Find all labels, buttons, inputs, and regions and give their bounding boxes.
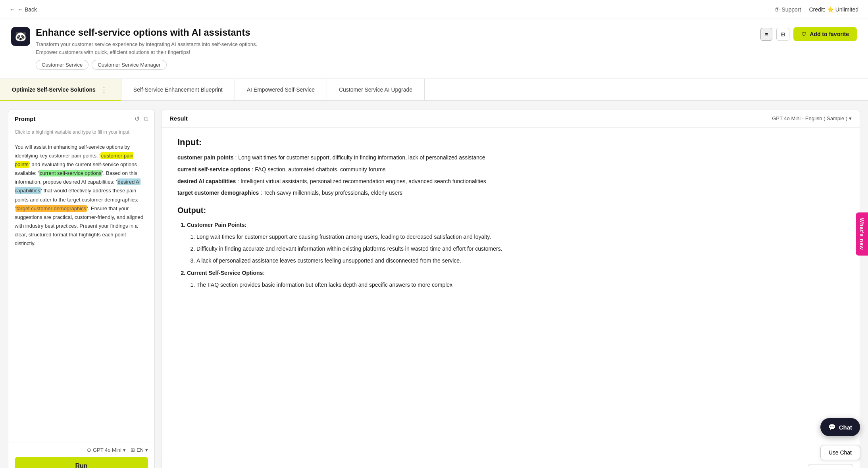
grid-view-button[interactable]: ⊞: [776, 28, 789, 41]
favorite-label: Add to favorite: [810, 31, 849, 37]
input-line-1: current self-service options : FAQ secti…: [177, 165, 844, 175]
grid-small-icon: ⊞: [131, 447, 135, 453]
input-heading: Input:: [177, 137, 844, 148]
add-to-favorite-button[interactable]: ♡ Add to favorite: [793, 27, 857, 41]
model-select[interactable]: ⊙ GPT 4o Mini ▾: [87, 447, 126, 453]
tag-customer-service[interactable]: Customer Service: [36, 60, 89, 70]
heart-icon: ♡: [801, 31, 806, 37]
tag-customer-service-manager[interactable]: Customer Service Manager: [92, 60, 166, 70]
chevron-down-icon-lang: ▾: [145, 447, 148, 453]
grid-icon: ⊞: [781, 31, 785, 37]
credit-info: Credit: ⭐ Unlimited: [809, 6, 858, 13]
input-key-0: customer pain points: [177, 154, 234, 161]
prompt-footer: ⊙ GPT 4o Mini ▾ ⊞ EN ▾: [8, 443, 154, 457]
input-val-1: FAQ section, automated chatbots, communi…: [255, 166, 385, 173]
output-sub-item-0-1: Difficulty in finding accurate and relev…: [196, 244, 844, 254]
input-key-2: desired AI capabilities: [177, 178, 236, 184]
prompt-hint-text: Click to a highlight variable and type t…: [15, 129, 131, 135]
input-key-3: target customer demographics: [177, 190, 259, 196]
input-val-2: Intelligent virtual assistants, personal…: [241, 178, 486, 184]
tab-1-label: Self-Service Enhancement Blueprint: [133, 86, 223, 93]
result-footer: ⧉ Use in Chat: [162, 460, 860, 468]
back-label: ← Back: [17, 6, 37, 13]
back-button[interactable]: ← ← Back: [10, 6, 37, 13]
input-line-2: desired AI capabilities : Intelligent vi…: [177, 177, 844, 186]
input-section: customer pain points : Long wait times f…: [177, 153, 844, 198]
page-title: Enhance self-service options with AI ass…: [36, 27, 274, 38]
result-panel: Result GPT 4o Mini - English ( Sample ) …: [161, 109, 860, 468]
star-icon: ⭐: [827, 6, 834, 13]
output-item-1: Current Self-Service Options: The FAQ se…: [187, 269, 844, 290]
copy-result-button[interactable]: ⧉: [799, 467, 804, 468]
result-model-label: GPT 4o Mini - English ( Sample ): [772, 115, 847, 121]
list-icon: ≡: [765, 31, 768, 37]
use-in-chat-button[interactable]: Use in Chat: [808, 464, 853, 468]
result-header: Result GPT 4o Mini - English ( Sample ) …: [162, 109, 860, 128]
header-actions: ≡ ⊞ ♡ Add to favorite: [760, 27, 857, 41]
output-list: Customer Pain Points: Long wait times fo…: [177, 221, 844, 290]
use-chat-label: Use Chat: [829, 449, 852, 456]
output-item-0: Customer Pain Points: Long wait times fo…: [187, 221, 844, 265]
output-sub-list-0: Long wait times for customer support are…: [187, 232, 844, 265]
chat-fab[interactable]: 💬 Chat: [820, 418, 860, 436]
output-sub-item-0-0: Long wait times for customer support are…: [196, 232, 844, 242]
page-description: Transform your customer service experien…: [36, 40, 274, 56]
chat-bubble-icon: 💬: [828, 424, 836, 431]
input-val-0: Long wait times for customer support, di…: [238, 154, 485, 161]
back-arrow-icon: ←: [10, 6, 15, 13]
support-link[interactable]: ⑦ Support: [775, 6, 801, 13]
app-icon-emoji: 🐼: [15, 31, 27, 42]
header-area: 🐼 Enhance self-service options with AI a…: [0, 19, 868, 79]
header-left: 🐼 Enhance self-service options with AI a…: [11, 27, 274, 75]
model-label: GPT 4o Mini: [93, 447, 121, 453]
run-button[interactable]: Run: [15, 457, 148, 468]
tab-2-label: AI Empowered Self-Service: [247, 86, 315, 93]
chevron-down-icon: ▾: [123, 447, 126, 453]
output-sub-item-1-0: The FAQ section provides basic informati…: [196, 280, 844, 290]
model-icon: ⊙: [87, 447, 91, 453]
tab-upgrade[interactable]: Customer Service AI Upgrade: [327, 79, 425, 100]
model-info[interactable]: GPT 4o Mini - English ( Sample ) ▾: [772, 115, 852, 121]
use-chat-button[interactable]: Use Chat: [820, 445, 860, 460]
tab-ai-empowered[interactable]: AI Empowered Self-Service: [235, 79, 327, 100]
tab-menu-button[interactable]: ⋮: [99, 85, 109, 94]
input-line-0: customer pain points : Long wait times f…: [177, 153, 844, 163]
header-top: 🐼 Enhance self-service options with AI a…: [11, 27, 857, 75]
whats-new-label: What's new: [859, 218, 865, 250]
refresh-button[interactable]: ↺: [135, 115, 140, 123]
input-sep-2: :: [237, 178, 241, 184]
variable-current-self-service[interactable]: current self-service options: [39, 170, 102, 176]
input-line-3: target customer demographics : Tech-savv…: [177, 188, 844, 198]
prompt-hint: Click to a highlight variable and type t…: [8, 126, 154, 138]
output-item-1-label: Current Self-Service Options:: [187, 270, 265, 276]
result-title: Result: [169, 115, 188, 122]
header-text: Enhance self-service options with AI ass…: [36, 27, 274, 75]
tab-blueprint[interactable]: Self-Service Enhancement Blueprint: [121, 79, 235, 100]
top-nav: ← ← Back ⑦ Support Credit: ⭐ Unlimited: [0, 0, 868, 19]
support-label: Support: [781, 6, 801, 13]
copy-prompt-button[interactable]: ⧉: [144, 115, 148, 123]
variable-target-demographics[interactable]: target customer demographics: [15, 205, 87, 212]
tabs-bar: Optimize Self-Service Solutions ⋮ Self-S…: [0, 79, 868, 101]
output-sub-list-1: The FAQ section provides basic informati…: [187, 280, 844, 290]
credit-value: Unlimited: [835, 6, 858, 13]
support-icon: ⑦: [775, 6, 780, 13]
output-heading: Output:: [177, 206, 844, 215]
prompt-panel: Prompt ↺ ⧉ Click to a highlight variable…: [8, 109, 155, 468]
credit-label: Credit:: [809, 6, 825, 13]
prompt-title: Prompt: [15, 115, 36, 122]
lang-select[interactable]: ⊞ EN ▾: [131, 447, 148, 453]
tab-optimize[interactable]: Optimize Self-Service Solutions ⋮: [0, 79, 121, 101]
whats-new-tab[interactable]: What's new: [856, 213, 868, 256]
output-sub-item-0-2: A lack of personalized assistance leaves…: [196, 256, 844, 266]
prompt-header: Prompt ↺ ⧉: [8, 109, 154, 126]
chevron-down-icon-model: ▾: [849, 115, 852, 121]
prompt-body[interactable]: You will assist in enhancing self-servic…: [8, 138, 154, 443]
output-item-0-label: Customer Pain Points:: [187, 222, 246, 228]
input-key-1: current self-service options: [177, 166, 250, 173]
run-label: Run: [75, 462, 87, 468]
input-val-3: Tech-savvy millennials, busy professiona…: [264, 190, 402, 196]
header-tags: Customer Service Customer Service Manage…: [36, 60, 274, 70]
list-view-button[interactable]: ≡: [760, 28, 772, 41]
prompt-icons: ↺ ⧉: [135, 115, 148, 123]
